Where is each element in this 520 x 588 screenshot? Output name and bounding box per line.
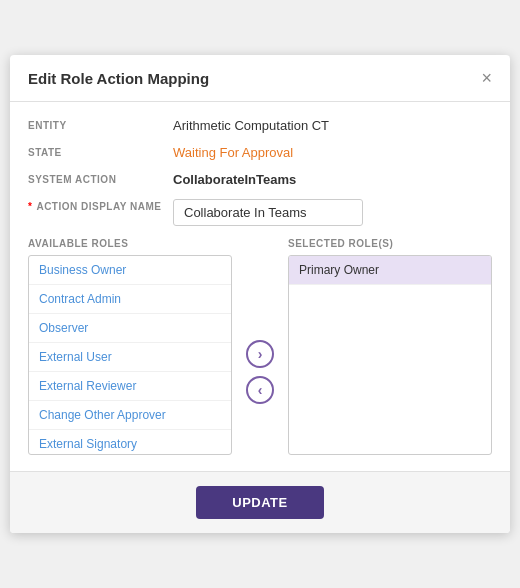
selected-roles-label: SELECTED ROLE(S) bbox=[288, 238, 492, 249]
list-item[interactable]: Observer bbox=[29, 314, 231, 343]
dialog-header: Edit Role Action Mapping × bbox=[10, 55, 510, 102]
close-button[interactable]: × bbox=[481, 69, 492, 87]
list-item[interactable]: External User bbox=[29, 343, 231, 372]
action-display-label: *ACTION DISPLAY NAME bbox=[28, 199, 173, 212]
list-item[interactable]: Change Other Approver bbox=[29, 401, 231, 430]
entity-value: Arithmetic Computation CT bbox=[173, 118, 329, 133]
selected-roles-list[interactable]: Primary Owner bbox=[288, 255, 492, 455]
available-roles-list[interactable]: Business Owner Contract Admin Observer E… bbox=[28, 255, 232, 455]
move-left-button[interactable]: ‹ bbox=[246, 376, 274, 404]
dialog-body: ENTITY Arithmetic Computation CT STATE W… bbox=[10, 102, 510, 471]
state-value: Waiting For Approval bbox=[173, 145, 293, 160]
update-button[interactable]: UPDATE bbox=[196, 486, 323, 519]
dialog-title: Edit Role Action Mapping bbox=[28, 70, 209, 87]
selected-roles-column: SELECTED ROLE(S) Primary Owner bbox=[288, 238, 492, 455]
action-display-row: *ACTION DISPLAY NAME bbox=[28, 199, 492, 226]
dialog-footer: UPDATE bbox=[10, 471, 510, 533]
edit-role-action-dialog: Edit Role Action Mapping × ENTITY Arithm… bbox=[10, 55, 510, 533]
state-row: STATE Waiting For Approval bbox=[28, 145, 492, 160]
action-display-input[interactable] bbox=[173, 199, 363, 226]
arrow-controls: › ‹ bbox=[246, 238, 274, 455]
list-item[interactable]: External Signatory bbox=[29, 430, 231, 455]
roles-section: AVAILABLE ROLES Business Owner Contract … bbox=[28, 238, 492, 455]
system-action-label: SYSTEM ACTION bbox=[28, 172, 173, 185]
entity-label: ENTITY bbox=[28, 118, 173, 131]
state-label: STATE bbox=[28, 145, 173, 158]
list-item[interactable]: Primary Owner bbox=[289, 256, 491, 285]
system-action-row: SYSTEM ACTION CollaborateInTeams bbox=[28, 172, 492, 187]
list-item[interactable]: External Reviewer bbox=[29, 372, 231, 401]
available-roles-column: AVAILABLE ROLES Business Owner Contract … bbox=[28, 238, 232, 455]
list-item[interactable]: Contract Admin bbox=[29, 285, 231, 314]
available-roles-label: AVAILABLE ROLES bbox=[28, 238, 232, 249]
entity-row: ENTITY Arithmetic Computation CT bbox=[28, 118, 492, 133]
list-item[interactable]: Business Owner bbox=[29, 256, 231, 285]
system-action-value: CollaborateInTeams bbox=[173, 172, 296, 187]
move-right-button[interactable]: › bbox=[246, 340, 274, 368]
required-star: * bbox=[28, 201, 32, 212]
